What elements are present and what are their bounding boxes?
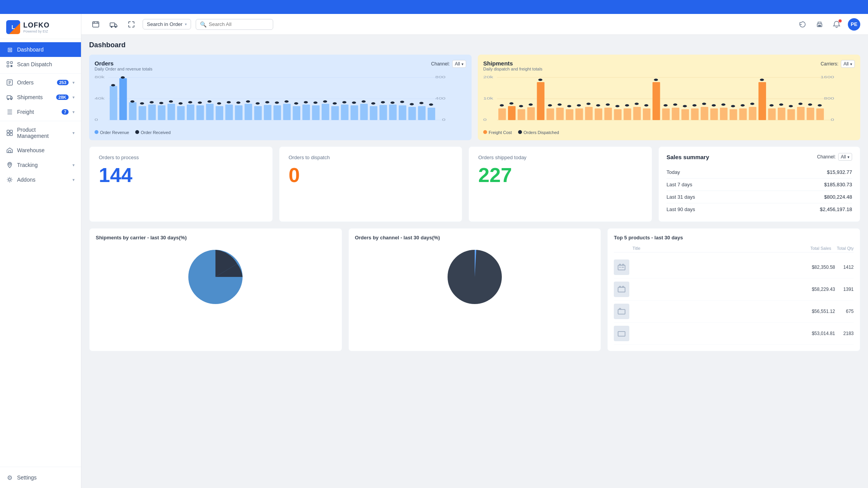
truck-icon-btn[interactable] <box>107 18 120 31</box>
svg-rect-48 <box>283 104 291 120</box>
carrier-pie-svg <box>184 246 246 308</box>
product-qty-3: 675 <box>838 309 854 314</box>
header-right: PE <box>797 18 860 31</box>
sidebar-item-addons[interactable]: Addons ▾ <box>0 172 81 187</box>
orders-to-process-label: Orders to process <box>99 155 263 160</box>
svg-rect-124 <box>662 108 670 120</box>
svg-point-147 <box>558 103 562 106</box>
chevron-icon: ▾ <box>72 110 75 115</box>
svg-rect-180 <box>618 287 625 292</box>
svg-point-155 <box>635 103 639 105</box>
chevron-down-icon: ▾ <box>850 62 852 66</box>
product-row-2: $58,229.43 1391 <box>614 278 854 301</box>
svg-text:800: 800 <box>435 75 446 79</box>
chevron-icon: ▾ <box>72 131 75 136</box>
sidebar-item-label: Addons <box>17 177 69 183</box>
nav-section: ⊞ Dashboard Scan Dispatch Orders 253 ▾ <box>0 39 81 467</box>
product-thumbnail <box>614 304 629 319</box>
svg-point-145 <box>538 79 542 81</box>
svg-rect-51 <box>312 105 320 120</box>
svg-point-14 <box>9 179 11 181</box>
search-order-label: Search in Order <box>147 21 183 27</box>
product-thumbnail <box>614 259 629 275</box>
sidebar-item-product-management[interactable]: Product Management ▾ <box>0 123 81 143</box>
search-icon: 🔍 <box>200 21 207 27</box>
sales-channel-label: Channel: <box>817 154 836 160</box>
stats-sales-row: Orders to process 144 Orders to dispatch… <box>89 146 860 222</box>
svg-point-6 <box>8 99 9 100</box>
svg-point-143 <box>519 105 523 107</box>
product-row-3: $56,551.12 675 <box>614 301 854 323</box>
search-order-dropdown[interactable]: Search in Order ▾ <box>143 19 191 29</box>
sidebar-item-orders[interactable]: Orders 253 ▾ <box>0 75 81 90</box>
svg-rect-56 <box>360 104 368 120</box>
svg-rect-11 <box>10 133 12 136</box>
sidebar-item-freight[interactable]: ☰ Freight 7 ▾ <box>0 105 81 119</box>
carriers-dropdown[interactable]: All ▾ <box>841 60 855 68</box>
svg-point-66 <box>130 100 134 103</box>
svg-rect-16 <box>110 23 115 26</box>
svg-text:0: 0 <box>95 118 98 122</box>
sidebar-item-label: Orders <box>17 79 53 86</box>
svg-point-172 <box>798 103 803 105</box>
sidebar-item-settings[interactable]: ⚙ Settings <box>0 470 81 485</box>
shipments-icon <box>6 94 13 101</box>
product-sales-3: $56,551.12 <box>804 309 835 314</box>
refresh-icon-btn[interactable] <box>797 19 808 30</box>
top-bar <box>0 0 868 14</box>
svg-rect-126 <box>681 109 689 120</box>
svg-rect-130 <box>720 108 728 120</box>
svg-rect-116 <box>585 107 593 120</box>
svg-rect-135 <box>768 108 776 120</box>
sidebar-item-label: Warehouse <box>17 147 75 153</box>
shipments-carrier-title: Shipments by carrier - last 30 days(%) <box>96 235 336 241</box>
search-input-wrapper[interactable]: 🔍 <box>196 19 273 30</box>
sales-summary-card: Sales summary Channel: All ▾ Today <box>658 146 860 222</box>
sidebar-item-shipments[interactable]: Shipments 28K ▾ <box>0 90 81 105</box>
search-input[interactable] <box>209 21 269 27</box>
svg-point-80 <box>265 101 269 103</box>
svg-rect-137 <box>787 109 795 120</box>
svg-rect-15 <box>93 22 99 27</box>
expand-icon-btn[interactable] <box>125 18 138 31</box>
svg-rect-121 <box>633 107 641 120</box>
svg-point-146 <box>548 104 552 107</box>
svg-point-68 <box>150 101 154 103</box>
logo-name: LOFKO <box>23 21 50 29</box>
dropdown-chevron-icon: ▾ <box>185 22 187 26</box>
nav-bottom: ⚙ Settings <box>0 467 81 488</box>
print-icon-btn[interactable] <box>814 19 825 30</box>
svg-rect-120 <box>623 108 631 120</box>
svg-point-97 <box>429 103 433 106</box>
sidebar-item-dashboard[interactable]: ⊞ Dashboard <box>0 42 81 57</box>
sidebar-item-scan-dispatch[interactable]: Scan Dispatch <box>0 57 81 72</box>
page-title: Dashboard <box>89 41 860 49</box>
sidebar-item-tracking[interactable]: Tracking ▾ <box>0 158 81 172</box>
sales-row-90days: Last 90 days $2,456,197.18 <box>666 203 852 215</box>
bell-icon-btn[interactable] <box>831 19 842 30</box>
svg-point-141 <box>500 104 504 107</box>
dashboard-icon: ⊞ <box>6 46 13 53</box>
orders-to-dispatch-label: Orders to dispatch <box>289 155 453 160</box>
sales-channel-dropdown[interactable]: All ▾ <box>838 153 852 161</box>
sidebar-item-label: Scan Dispatch <box>17 61 75 67</box>
sidebar-item-warehouse[interactable]: Warehouse <box>0 143 81 158</box>
svg-rect-3 <box>10 65 12 67</box>
channel-dropdown[interactable]: All ▾ <box>452 60 466 68</box>
svg-point-69 <box>159 102 164 104</box>
orders-to-dispatch-value: 0 <box>289 165 453 185</box>
svg-rect-35 <box>158 105 165 120</box>
shipments-chart-legend: Freight Cost Orders Dispatched <box>483 130 855 135</box>
svg-rect-59 <box>389 105 397 120</box>
svg-text:80k: 80k <box>95 75 105 79</box>
svg-point-171 <box>789 105 793 107</box>
svg-rect-61 <box>408 107 416 120</box>
user-avatar[interactable]: PE <box>848 18 860 31</box>
warehouse-icon <box>6 147 13 154</box>
svg-text:0: 0 <box>442 118 446 122</box>
svg-rect-125 <box>672 108 680 120</box>
inbox-icon-btn[interactable] <box>89 18 102 31</box>
svg-rect-0 <box>7 62 9 64</box>
col-title: Title <box>632 246 797 251</box>
svg-point-153 <box>615 105 620 107</box>
